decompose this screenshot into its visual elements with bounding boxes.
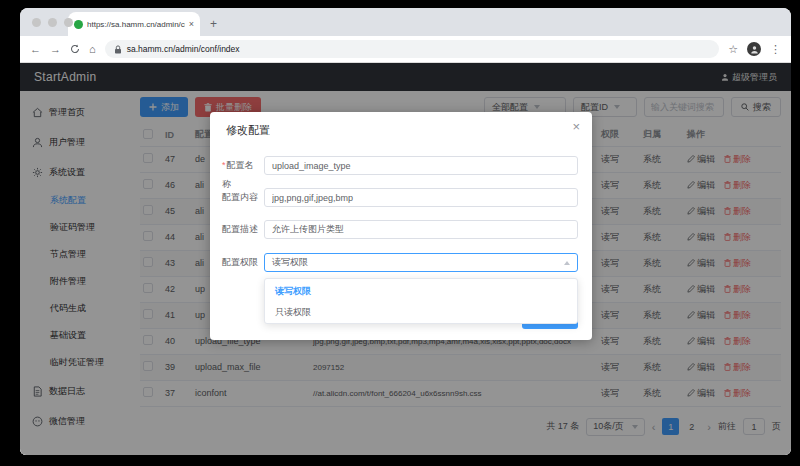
- dropdown-option[interactable]: 只读权限: [265, 302, 577, 323]
- window-controls[interactable]: [32, 18, 73, 27]
- field-label-content: 配置内容: [222, 188, 262, 207]
- close-icon[interactable]: ×: [572, 120, 580, 133]
- browser-window: https://sa.hamm.cn/admin/conf… × + ← → ⌂…: [20, 8, 791, 455]
- lock-icon: [114, 40, 122, 58]
- admin-page: StartAdmin 超级管理员 管理首页用户管理系统设置系统配置验证码管理节点…: [20, 63, 791, 455]
- config-perm-select[interactable]: 读写权限: [264, 253, 578, 272]
- field-label-perm: 配置权限: [222, 253, 262, 272]
- back-icon[interactable]: ←: [30, 44, 41, 55]
- site-favicon: [74, 20, 83, 29]
- config-content-input[interactable]: [264, 188, 578, 207]
- config-desc-input[interactable]: [264, 220, 578, 239]
- perm-dropdown: 读写权限只读权限: [264, 278, 578, 324]
- bookmark-star-icon[interactable]: ☆: [728, 44, 738, 55]
- chevron-up-icon: [564, 261, 570, 265]
- profile-avatar[interactable]: [747, 42, 761, 56]
- home-icon[interactable]: ⌂: [89, 44, 96, 55]
- edit-config-modal: 修改配置 × *配置名称 配置内容 配置描述 配置权限 读写权限 确定 读: [210, 112, 592, 340]
- dropdown-option[interactable]: 读写权限: [265, 281, 577, 302]
- address-bar[interactable]: sa.hamm.cn/admin/conf/index: [105, 40, 719, 58]
- required-asterisk: *: [222, 160, 226, 170]
- minimize-window-button[interactable]: [48, 18, 57, 27]
- config-name-input[interactable]: [264, 156, 578, 175]
- browser-tab[interactable]: https://sa.hamm.cn/admin/conf… ×: [68, 12, 200, 36]
- maximize-window-button[interactable]: [64, 18, 73, 27]
- modal-title: 修改配置: [226, 123, 270, 138]
- tab-close-icon[interactable]: ×: [189, 19, 194, 29]
- browser-tab-bar: https://sa.hamm.cn/admin/conf… × +: [20, 8, 791, 36]
- forward-icon[interactable]: →: [50, 44, 61, 55]
- browser-toolbar: ← → ⌂ sa.hamm.cn/admin/conf/index ☆ ⋮: [20, 36, 791, 63]
- tab-title: https://sa.hamm.cn/admin/conf…: [87, 20, 185, 29]
- close-window-button[interactable]: [32, 18, 41, 27]
- reload-icon[interactable]: [70, 44, 80, 54]
- url-text: sa.hamm.cn/admin/conf/index: [127, 44, 240, 54]
- field-label-desc: 配置描述: [222, 220, 262, 239]
- new-tab-button[interactable]: +: [210, 17, 217, 31]
- browser-menu-icon[interactable]: ⋮: [770, 44, 781, 55]
